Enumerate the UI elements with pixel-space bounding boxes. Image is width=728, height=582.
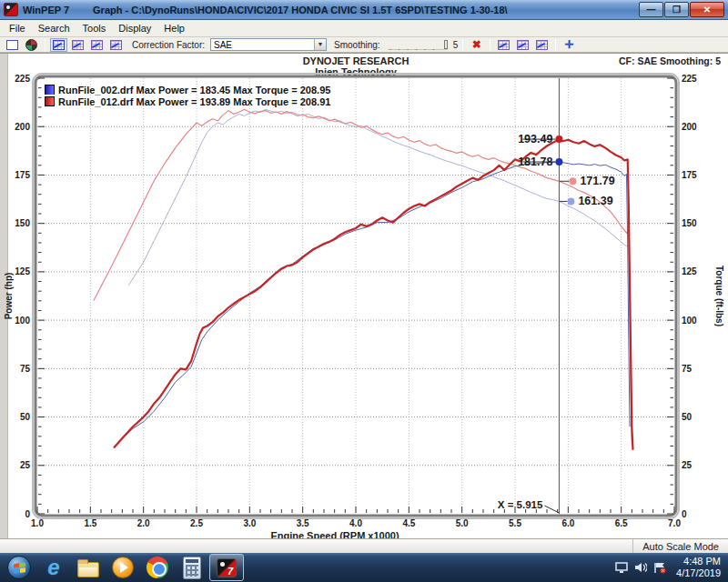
winpep-app-icon xyxy=(4,3,18,16)
status-bar: Auto Scale Mode xyxy=(0,538,728,553)
volume-icon[interactable] xyxy=(634,562,647,573)
svg-text:6.0: 6.0 xyxy=(561,518,574,528)
tray-display-icon[interactable] xyxy=(615,562,628,573)
legend-text-002: RunFile_002.drf Max Power = 183.45 Max T… xyxy=(58,85,330,95)
svg-text:100: 100 xyxy=(15,316,30,326)
graph-purple-icon xyxy=(72,40,84,50)
graph-blue-icon xyxy=(53,40,65,50)
svg-text:5.5: 5.5 xyxy=(509,518,521,528)
svg-text:125: 125 xyxy=(15,266,30,276)
graph-compare-icon xyxy=(91,40,103,50)
svg-text:161.39: 161.39 xyxy=(578,195,612,207)
system-tray: 4:48 PM 4/17/2019 xyxy=(615,556,726,579)
dyno-chart[interactable]: 1.01.52.02.53.03.54.04.55.05.56.06.57.00… xyxy=(0,54,728,539)
svg-text:2.5: 2.5 xyxy=(190,518,203,528)
svg-text:Power (hp): Power (hp) xyxy=(4,273,14,320)
svg-text:125: 125 xyxy=(682,266,697,276)
svg-text:4.5: 4.5 xyxy=(402,518,415,528)
svg-text:225: 225 xyxy=(15,74,30,84)
select-graph-icon xyxy=(536,40,548,50)
smoothing-value: 5 xyxy=(453,40,459,50)
svg-text:0: 0 xyxy=(682,509,687,519)
svg-text:200: 200 xyxy=(682,122,697,132)
slider-handle[interactable] xyxy=(444,40,448,49)
svg-text:25: 25 xyxy=(20,460,31,470)
svg-text:7.0: 7.0 xyxy=(668,518,681,528)
clock-time: 4:48 PM xyxy=(676,556,721,567)
delete-run-button[interactable]: ✖ xyxy=(468,38,485,52)
legend-swatch-red xyxy=(45,96,55,106)
restore-button[interactable]: ❐ xyxy=(664,2,689,17)
delete-icon: ✖ xyxy=(472,39,481,50)
close-button[interactable]: ✕ xyxy=(690,2,724,17)
svg-text:181.78: 181.78 xyxy=(518,156,552,168)
correction-factor-select[interactable]: SAE ▼ xyxy=(210,38,327,51)
svg-text:75: 75 xyxy=(682,364,693,374)
svg-text:1.5: 1.5 xyxy=(84,518,96,528)
svg-text:Torque (ft-lbs): Torque (ft-lbs) xyxy=(714,266,724,326)
color-settings-button[interactable] xyxy=(23,38,40,52)
move-axes-button[interactable]: ✛ xyxy=(561,38,578,52)
menu-display[interactable]: Display xyxy=(112,21,157,35)
svg-text:150: 150 xyxy=(15,218,30,228)
graph-compare-button[interactable] xyxy=(88,38,106,52)
taskbar-winpep-active[interactable] xyxy=(209,554,244,581)
taskbar-clock[interactable]: 4:48 PM 4/17/2019 xyxy=(672,556,721,579)
scale-mode-status: Auto Scale Mode xyxy=(632,539,728,553)
smoothing-label: Smoothing: xyxy=(334,40,380,50)
zoom-graph-button[interactable] xyxy=(495,38,512,52)
app-name: WinPEP 7 xyxy=(23,5,69,15)
taskbar-file-explorer[interactable] xyxy=(71,554,106,581)
svg-text:6.5: 6.5 xyxy=(615,518,628,528)
graph-3d-icon xyxy=(110,40,122,50)
winpep-window: WinPEP 7Graph - C:\DynoRuns\HONDA\CIVIC\… xyxy=(0,0,728,582)
minimize-button[interactable]: — xyxy=(639,2,663,17)
svg-text:50: 50 xyxy=(20,412,31,422)
winpep-icon xyxy=(217,558,237,577)
correction-factor-label: Correction Factor: xyxy=(132,40,205,50)
svg-text:5.0: 5.0 xyxy=(456,518,469,528)
dyno-chart-panel: DYNOJET RESEARCH Injen Technology CF: SA… xyxy=(0,53,728,538)
color-wheel-icon xyxy=(25,39,37,51)
svg-text:200: 200 xyxy=(15,122,30,132)
taskbar-media-player[interactable] xyxy=(106,554,140,581)
svg-text:225: 225 xyxy=(682,74,697,84)
taskbar-internet-explorer[interactable]: e xyxy=(36,554,71,581)
start-button[interactable] xyxy=(2,554,36,581)
zoom-graph-icon xyxy=(498,40,510,50)
svg-text:193.49: 193.49 xyxy=(518,133,552,146)
table-icon xyxy=(6,40,18,50)
taskbar-calculator[interactable] xyxy=(175,554,209,581)
menu-file[interactable]: File xyxy=(3,21,32,35)
menu-help[interactable]: Help xyxy=(157,21,191,35)
chrome-icon xyxy=(147,557,168,578)
svg-text:171.79: 171.79 xyxy=(580,175,614,187)
menu-tools[interactable]: Tools xyxy=(76,21,113,35)
window-title: WinPEP 7Graph - C:\DynoRuns\HONDA\CIVIC\… xyxy=(23,5,639,15)
media-player-icon xyxy=(112,557,134,578)
pan-graph-button[interactable] xyxy=(514,38,531,52)
action-center-flag-icon[interactable] xyxy=(653,562,666,574)
move-axes-icon: ✛ xyxy=(565,39,574,50)
taskbar-chrome[interactable] xyxy=(140,554,175,581)
pan-graph-icon xyxy=(517,40,529,50)
graph-3d-button[interactable] xyxy=(107,38,125,52)
svg-text:175: 175 xyxy=(682,170,697,180)
smoothing-slider[interactable]: ...... xyxy=(388,39,448,50)
select-graph-button[interactable] xyxy=(533,38,551,52)
legend-run-002: RunFile_002.drf Max Power = 183.45 Max T… xyxy=(45,84,330,95)
graph-overlay-button[interactable] xyxy=(69,38,86,52)
graph-view-button[interactable] xyxy=(50,38,67,52)
chart-legend: RunFile_002.drf Max Power = 183.45 Max T… xyxy=(45,84,330,107)
clock-date: 4/17/2019 xyxy=(676,567,721,579)
windows-taskbar: e 4:48 PM 4/17/2019 xyxy=(0,553,728,582)
slider-track: ...... xyxy=(389,43,441,52)
windows-start-icon xyxy=(7,556,31,579)
menu-bar: File Search Tools Display Help xyxy=(0,20,728,37)
svg-text:3.5: 3.5 xyxy=(297,518,309,528)
chevron-down-icon[interactable]: ▼ xyxy=(314,39,326,50)
menu-search[interactable]: Search xyxy=(32,21,76,35)
svg-text:X = 5.915: X = 5.915 xyxy=(498,499,543,510)
svg-text:25: 25 xyxy=(682,460,693,470)
table-view-button[interactable] xyxy=(4,38,21,52)
